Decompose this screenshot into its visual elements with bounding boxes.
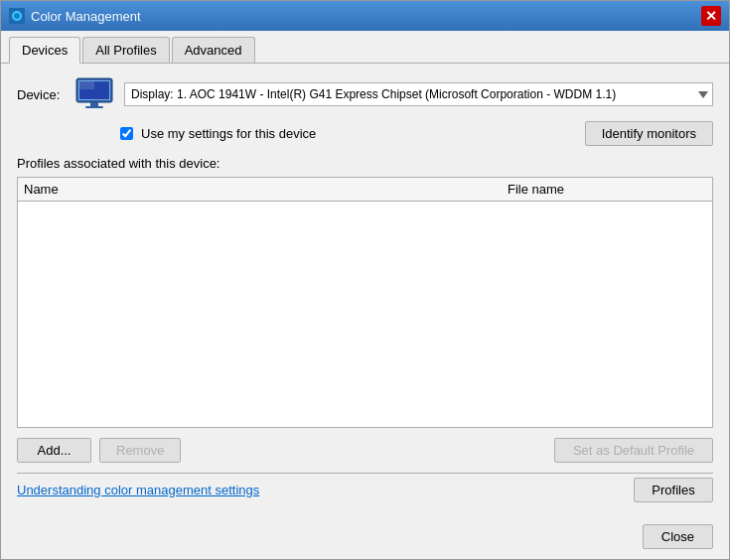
use-settings-checkbox[interactable] — [120, 127, 133, 140]
svg-point-2 — [14, 13, 20, 19]
title-bar: Color Management ✕ — [1, 1, 729, 31]
col-filename-header: File name — [508, 182, 706, 197]
button-row-left: Add... Remove — [17, 438, 181, 463]
set-default-profile-button[interactable]: Set as Default Profile — [554, 438, 713, 463]
tab-devices[interactable]: Devices — [9, 37, 80, 64]
remove-button[interactable]: Remove — [99, 438, 181, 463]
title-bar-left: Color Management — [9, 8, 141, 24]
monitor-icon — [74, 77, 114, 111]
profiles-table: Name File name — [17, 177, 713, 428]
checkbox-row: Use my settings for this device — [17, 126, 316, 141]
profiles-button[interactable]: Profiles — [634, 478, 713, 502]
app-icon — [9, 8, 25, 24]
col-name-header: Name — [24, 182, 508, 197]
profiles-section: Profiles associated with this device: Na… — [17, 156, 713, 428]
table-body — [18, 202, 712, 427]
svg-rect-7 — [85, 106, 103, 108]
device-label: Device: — [17, 87, 65, 102]
understanding-link[interactable]: Understanding color management settings — [17, 483, 259, 497]
window-title: Color Management — [31, 9, 141, 24]
color-management-window: Color Management ✕ Devices All Profiles … — [0, 0, 730, 560]
profiles-section-label: Profiles associated with this device: — [17, 156, 713, 171]
content-area: Device: Display: 1. AOC 1941W - Intel(R)… — [1, 64, 729, 516]
add-button[interactable]: Add... — [17, 438, 91, 463]
footer-row: Understanding color management settings … — [17, 473, 713, 502]
svg-rect-8 — [79, 81, 94, 89]
tab-advanced[interactable]: Advanced — [172, 37, 255, 63]
device-settings-row: Use my settings for this device Identify… — [17, 121, 713, 146]
device-dropdown[interactable]: Display: 1. AOC 1941W - Intel(R) G41 Exp… — [124, 82, 713, 106]
tabs-container: Devices All Profiles Advanced — [1, 31, 729, 64]
table-header: Name File name — [18, 178, 712, 202]
svg-rect-6 — [90, 102, 98, 106]
tab-all-profiles[interactable]: All Profiles — [82, 37, 169, 63]
device-row: Device: Display: 1. AOC 1941W - Intel(R)… — [17, 77, 713, 111]
close-row: Close — [1, 516, 729, 559]
close-button[interactable]: Close — [643, 524, 713, 549]
close-window-button[interactable]: ✕ — [701, 6, 721, 26]
use-settings-label: Use my settings for this device — [141, 126, 316, 141]
button-row: Add... Remove Set as Default Profile — [17, 438, 713, 463]
identify-monitors-button[interactable]: Identify monitors — [585, 121, 713, 146]
